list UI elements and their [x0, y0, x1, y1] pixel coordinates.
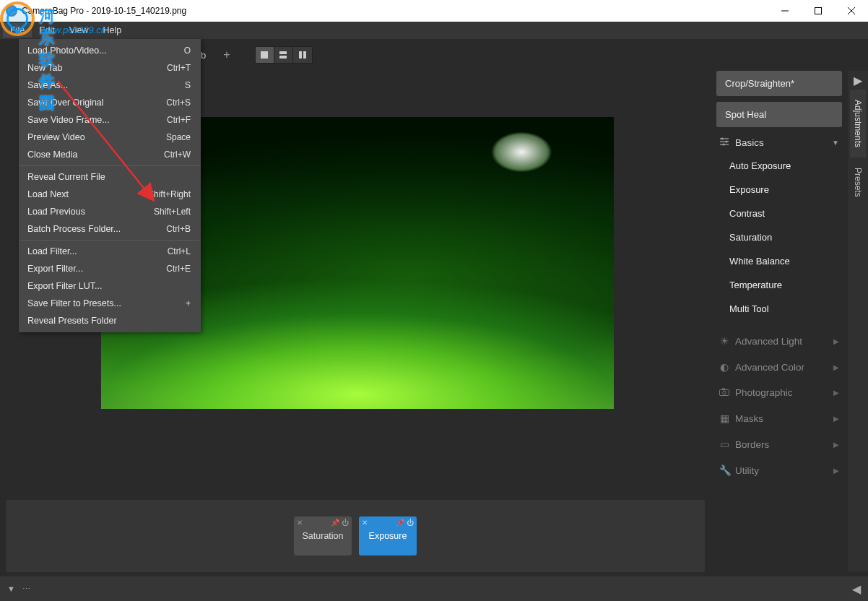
adj-temperature[interactable]: Temperature: [716, 273, 842, 297]
menu-item[interactable]: Save As...S: [19, 77, 201, 94]
chevron-right-icon: ▶: [833, 467, 839, 475]
menu-item[interactable]: Load NextShift+Right: [19, 186, 201, 203]
file-menu-dropdown: Load Photo/Video...ONew TabCtrl+TSave As…: [19, 39, 201, 332]
view-single-button[interactable]: [256, 47, 274, 63]
menu-item[interactable]: Save Over OriginalCtrl+S: [19, 94, 201, 111]
wrench-icon: 🔧: [719, 464, 729, 476]
svg-rect-5: [279, 51, 287, 54]
menu-item[interactable]: Export Filter...Ctrl+E: [19, 260, 201, 277]
camera-icon: [719, 387, 729, 398]
svg-rect-8: [303, 51, 306, 59]
applied-filters-bar: ✕📌 ⏻ Saturation ✕📌 ⏻ Exposure: [6, 500, 705, 572]
svg-point-13: [725, 140, 727, 142]
svg-point-16: [723, 391, 726, 394]
filter-chip-saturation[interactable]: ✕📌 ⏻ Saturation: [294, 516, 352, 555]
menu-item[interactable]: Reveal Presets Folder: [19, 312, 201, 329]
section-advanced-light[interactable]: ☀ Advanced Light ▶: [716, 325, 842, 351]
section-photographic[interactable]: Photographic ▶: [716, 377, 842, 402]
more-icon[interactable]: ⋯: [22, 584, 30, 594]
chip-close-icon[interactable]: ✕: [362, 519, 368, 527]
menu-file[interactable]: File: [3, 23, 32, 38]
basics-list: Auto Exposure Exposure Contrast Saturati…: [716, 152, 842, 325]
svg-rect-17: [722, 389, 725, 390]
svg-rect-7: [299, 51, 302, 59]
adjustments-panel: Crop/Straighten* Spot Heal Basics ▼ Auto…: [711, 71, 848, 572]
right-side-tabs: ▶ Adjustments Presets: [848, 71, 868, 572]
menu-help[interactable]: Help: [96, 23, 129, 38]
menu-edit[interactable]: Edit: [32, 23, 62, 38]
svg-point-12: [721, 137, 723, 139]
menu-item[interactable]: Load Filter...Ctrl+L: [19, 243, 201, 260]
tab-presets[interactable]: Presets: [850, 157, 866, 207]
section-utility[interactable]: 🔧 Utility ▶: [716, 454, 842, 480]
tab-adjustments[interactable]: Adjustments: [850, 90, 866, 157]
menu-view[interactable]: View: [62, 23, 96, 38]
pin-icon[interactable]: 📌: [331, 519, 339, 527]
section-borders[interactable]: ▭ Borders ▶: [716, 428, 842, 454]
svg-rect-6: [279, 56, 287, 59]
menu-item[interactable]: Preview VideoSpace: [19, 129, 201, 146]
crop-straighten-button[interactable]: Crop/Straighten*: [716, 71, 842, 96]
chevron-right-icon: ▶: [833, 363, 839, 371]
border-icon: ▭: [719, 438, 729, 450]
adj-auto-exposure[interactable]: Auto Exposure: [716, 154, 842, 178]
menu-item[interactable]: Export Filter LUT...: [19, 277, 201, 295]
menu-item[interactable]: Load Photo/Video...O: [19, 42, 201, 59]
sliders-icon: [719, 137, 729, 148]
chevron-right-icon: ▶: [833, 415, 839, 423]
menu-item[interactable]: Save Video Frame...Ctrl+F: [19, 111, 201, 129]
pin-icon[interactable]: 📌: [396, 519, 404, 527]
power-icon[interactable]: ⏻: [407, 519, 414, 527]
chevron-right-icon: ▶: [833, 441, 839, 449]
view-mode-toggle: [255, 46, 313, 64]
sun-icon: ☀: [719, 335, 729, 347]
app-icon: [6, 5, 17, 17]
section-advanced-color[interactable]: ◐ Advanced Color ▶: [716, 351, 842, 377]
chevron-down-icon[interactable]: ▼: [7, 584, 15, 593]
chevron-down-icon: ▼: [832, 139, 839, 147]
svg-point-14: [722, 143, 724, 145]
adj-multi-tool[interactable]: Multi Tool: [716, 297, 842, 321]
menu-item[interactable]: Load PreviousShift+Left: [19, 203, 201, 220]
menubar: File Edit View Help: [0, 22, 868, 39]
window-titlebar: CameraBag Pro - 2019-10-15_140219.png: [0, 0, 868, 22]
menu-item[interactable]: Batch Process Folder...Ctrl+B: [19, 220, 201, 238]
svg-rect-4: [261, 51, 268, 59]
window-maximize-button[interactable]: [802, 0, 835, 22]
chevron-left-icon[interactable]: ◀: [852, 582, 861, 596]
menu-item[interactable]: Save Filter to Presets...+: [19, 295, 201, 312]
chevron-right-icon: ▶: [833, 389, 839, 397]
chip-label: Saturation: [303, 531, 344, 541]
section-masks[interactable]: ▦ Masks ▶: [716, 402, 842, 428]
panel-collapse-button[interactable]: ▶: [848, 71, 868, 90]
view-split-h-button[interactable]: [274, 47, 293, 63]
spot-heal-button[interactable]: Spot Heal: [716, 102, 842, 127]
chevron-right-icon: ▶: [833, 337, 839, 345]
adj-contrast[interactable]: Contrast: [716, 202, 842, 225]
view-split-v-button[interactable]: [293, 47, 312, 63]
chip-label: Exposure: [369, 531, 407, 541]
filter-chip-exposure[interactable]: ✕📌 ⏻ Exposure: [359, 516, 417, 555]
window-title: CameraBag Pro - 2019-10-15_140219.png: [22, 6, 186, 16]
menu-item[interactable]: Reveal Current File: [19, 168, 201, 186]
window-close-button[interactable]: [835, 0, 868, 22]
menu-item[interactable]: New TabCtrl+T: [19, 59, 201, 77]
palette-icon: ◐: [719, 361, 729, 373]
power-icon[interactable]: ⏻: [342, 519, 349, 527]
adj-exposure[interactable]: Exposure: [716, 178, 842, 202]
chip-close-icon[interactable]: ✕: [297, 519, 303, 527]
adj-saturation[interactable]: Saturation: [716, 225, 842, 249]
window-minimize-button[interactable]: [768, 0, 802, 22]
section-basics[interactable]: Basics ▼: [716, 127, 842, 152]
menu-item[interactable]: Close MediaCtrl+W: [19, 146, 201, 163]
svg-rect-1: [815, 8, 822, 14]
adj-white-balance[interactable]: White Balance: [716, 249, 842, 273]
statusbar: ▼ ⋯ ◀: [0, 576, 868, 601]
new-tab-button[interactable]: +: [213, 46, 240, 64]
grid-icon: ▦: [719, 412, 729, 424]
